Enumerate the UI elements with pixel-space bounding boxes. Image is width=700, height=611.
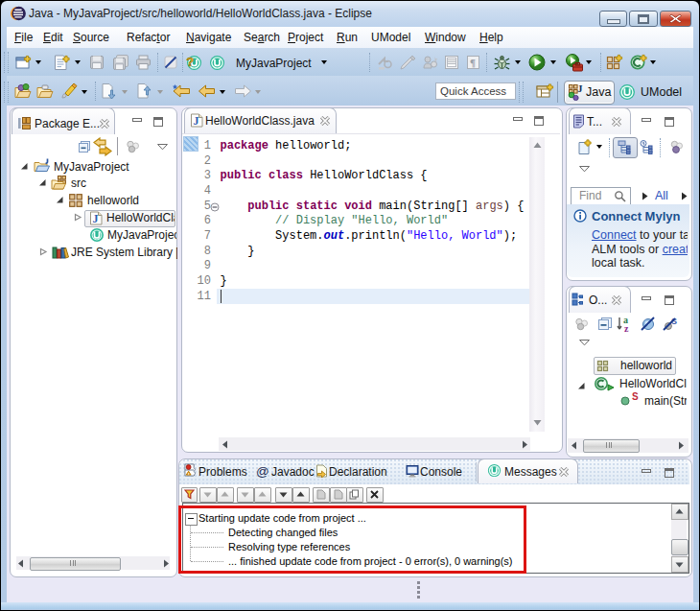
svg-text:J: J [193,114,198,128]
svg-text:z: z [624,323,629,333]
svg-text:J: J [92,212,98,225]
svg-text:J: J [577,83,583,94]
svg-text:?: ? [186,55,194,69]
svg-text:¶: ¶ [470,57,476,68]
